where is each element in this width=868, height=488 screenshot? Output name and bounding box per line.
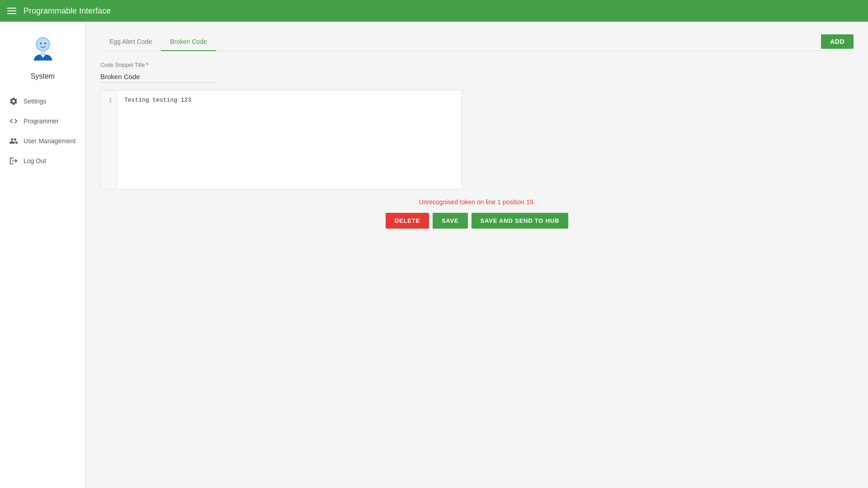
code-snippet-title-input[interactable] [100, 71, 218, 83]
tabs-container: Egg Alert Code Broken Code ADD [100, 33, 854, 51]
code-content[interactable]: Testing testing 123 [117, 90, 462, 189]
code-snippet-title-label: Code Snippet Title * [100, 62, 854, 68]
user-name: System [31, 72, 55, 80]
sidebar-item-user-management-label: User Management [24, 137, 75, 145]
menu-icon[interactable] [7, 8, 16, 14]
sidebar: System Settings Programmer [0, 22, 86, 488]
save-and-send-to-hub-button[interactable]: SAVE AND SEND TO HUB [472, 213, 569, 229]
required-indicator: * [145, 62, 148, 68]
code-snippet-title-section: Code Snippet Title * [100, 62, 854, 83]
save-button[interactable]: SAVE [433, 213, 468, 229]
gear-icon [9, 97, 18, 106]
tab-broken-code[interactable]: Broken Code [161, 33, 216, 51]
code-editor[interactable]: 1 Testing testing 123 [100, 90, 462, 189]
action-buttons: DELETE SAVE SAVE AND SEND TO HUB [100, 213, 854, 229]
sidebar-item-programmer[interactable]: Programmer [0, 111, 85, 131]
user-profile: System [25, 33, 61, 80]
sidebar-item-settings-label: Settings [24, 98, 47, 105]
line-number-1: 1 [105, 96, 112, 105]
people-icon [9, 136, 18, 145]
code-icon [9, 117, 18, 126]
line-numbers: 1 [101, 90, 117, 189]
topbar: Programmable Interface [0, 0, 868, 22]
delete-button[interactable]: DELETE [386, 213, 429, 229]
main-layout: System Settings Programmer [0, 22, 868, 488]
content-area: Egg Alert Code Broken Code ADD Code Snip… [86, 22, 868, 488]
avatar [25, 33, 61, 69]
sidebar-nav: Settings Programmer User Management [0, 91, 85, 171]
sidebar-item-logout[interactable]: Log Out [0, 151, 85, 171]
svg-point-1 [37, 38, 49, 50]
add-button[interactable]: ADD [821, 34, 854, 49]
sidebar-item-programmer-label: Programmer [24, 117, 59, 125]
sidebar-item-user-management[interactable]: User Management [0, 131, 85, 151]
tab-egg-alert-code[interactable]: Egg Alert Code [100, 33, 161, 51]
error-message: Unrecognised token on line 1 position 19… [100, 198, 854, 206]
app-title: Programmable Interface [24, 6, 111, 16]
svg-point-3 [44, 42, 46, 44]
sidebar-item-logout-label: Log Out [24, 157, 46, 164]
sidebar-item-settings[interactable]: Settings [0, 91, 85, 111]
logout-icon [9, 156, 18, 165]
svg-point-2 [40, 42, 42, 44]
svg-rect-4 [41, 51, 45, 55]
